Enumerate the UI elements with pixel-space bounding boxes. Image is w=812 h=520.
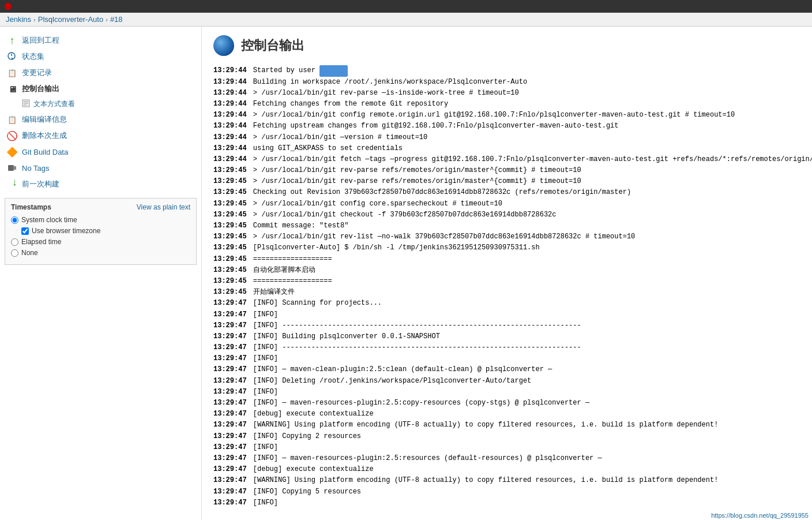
radio-elapsed-input[interactable] [11, 238, 18, 246]
sidebar-item-changes-label: 变更记录 [22, 68, 52, 78]
sidebar-item-console[interactable]: 🖥 控制台输出 [0, 81, 201, 97]
timestamps-title: Timestamps [11, 203, 51, 211]
browser-tz-checkbox[interactable] [21, 227, 29, 235]
console-timestamp: 13:29:45 [213, 231, 251, 242]
console-timestamp: 13:29:47 [213, 487, 251, 497]
console-text: [WARNING] Using platform encoding (UTF-8… [253, 475, 719, 486]
sidebar-item-gitbuild[interactable]: 🔶 Git Build Data [0, 144, 201, 160]
radio-none-input[interactable] [11, 249, 18, 257]
console-timestamp: 13:29:47 [213, 464, 251, 475]
radio-elapsed[interactable]: Elapsed time [11, 238, 190, 246]
console-line: 13:29:47 [INFO] Deleting /root/.jenkins/… [213, 376, 800, 387]
console-text: [INFO] Copying 5 resources [253, 487, 361, 497]
console-timestamp: 13:29:45 [213, 165, 251, 176]
breadcrumb-sep-2: › [106, 16, 108, 23]
console-line: 13:29:47 [INFO] ------------------------… [213, 342, 800, 353]
console-timestamp: 13:29:44 [213, 65, 251, 77]
console-line: 13:29:44 Started by user [213, 65, 800, 77]
sidebar-item-prevbuild[interactable]: ↑ 前一次构建 [0, 176, 201, 192]
console-timestamp: 13:29:47 [213, 497, 251, 508]
console-timestamp: 13:29:47 [213, 431, 251, 442]
sidebar-item-status-label: 状态集 [22, 51, 44, 62]
console-line: 13:29:47 [INFO] — maven-resources-plugin… [213, 398, 800, 409]
console-line: 13:29:45 自动化部署脚本启动 [213, 265, 800, 276]
console-timestamp: 13:29:45 [213, 287, 251, 298]
console-text: [INFO] Building plsqlconverter 0.0.1-SNA… [253, 331, 440, 342]
sidebar-item-editbuild-label: 编辑编译信息 [22, 114, 67, 125]
console-line: 13:29:47 [INFO] Copying 5 resources [213, 487, 800, 497]
console-timestamp: 13:29:47 [213, 331, 251, 342]
breadcrumb-build: #18 [110, 15, 123, 24]
console-text: Building in workspace /root/.jenkins/wor… [253, 77, 527, 88]
console-timestamp: 13:29:47 [213, 387, 251, 398]
sidebar-item-deletebuild[interactable]: 🚫 删除本次生成 [0, 128, 201, 144]
sidebar-item-status[interactable]: 状态集 [0, 48, 201, 65]
console-timestamp: 13:29:47 [213, 453, 251, 464]
console-timestamp: 13:29:45 [213, 242, 251, 253]
console-line: 13:29:44 > /usr/local/bin/git fetch —tag… [213, 154, 800, 165]
app-icon [5, 3, 12, 10]
console-line: 13:29:44 > /usr/local/bin/git —version #… [213, 132, 800, 143]
console-text: Started by user [253, 65, 319, 77]
radio-system-clock[interactable]: System clock time [11, 216, 190, 224]
console-text: using GIT_ASKPASS to set credentials [253, 143, 403, 154]
console-line: 13:29:45 > /usr/local/bin/git rev-parse … [213, 176, 800, 187]
console-line: 13:29:44 Building in workspace /root/.je… [213, 77, 800, 88]
sidebar-item-textview[interactable]: 文本方式查看 [0, 97, 201, 111]
console-timestamp: 13:29:45 [213, 254, 251, 265]
console-line: 13:29:45 > /usr/local/bin/git checkout -… [213, 210, 800, 220]
console-line: 13:29:45 =================== [213, 276, 800, 287]
footer-link[interactable]: https://blog.csdn.net/qq_29591955 [711, 512, 809, 519]
status-icon [7, 51, 17, 62]
radio-elapsed-label: Elapsed time [21, 238, 61, 246]
sidebar-item-prevbuild-label: 前一次构建 [22, 179, 59, 189]
prevbuild-icon: ↑ [7, 179, 17, 189]
console-line: 13:29:45 > /usr/local/bin/git rev-parse … [213, 165, 800, 176]
console-timestamp: 13:29:47 [213, 442, 251, 453]
console-text: > /usr/local/bin/git rev-parse refs/remo… [253, 176, 581, 187]
sidebar-item-deletebuild-label: 删除本次生成 [22, 130, 67, 141]
console-line: 13:29:47 [INFO] Building plsqlconverter … [213, 331, 800, 342]
sidebar-item-editbuild[interactable]: 📋 编辑编译信息 [0, 111, 201, 128]
console-line: 13:29:47 [INFO] Copying 2 resources [213, 431, 800, 442]
page-title-row: 控制台输出 [213, 35, 800, 56]
console-text: [INFO] ---------------------------------… [253, 342, 581, 353]
console-line: 13:29:47 [WARNING] Using platform encodi… [213, 420, 800, 431]
view-plain-text-link[interactable]: View as plain text [137, 203, 190, 211]
breadcrumb: Jenkins › Plsqlconverter-Auto › #18 [0, 13, 812, 27]
console-timestamp: 13:29:47 [213, 353, 251, 364]
console-timestamp: 13:29:47 [213, 342, 251, 353]
console-line: 13:29:44 > /usr/local/bin/git config rem… [213, 110, 800, 121]
svg-rect-7 [8, 165, 14, 171]
console-timestamp: 13:29:47 [213, 398, 251, 409]
breadcrumb-jenkins[interactable]: Jenkins [6, 15, 31, 24]
deletebuild-icon: 🚫 [7, 130, 17, 141]
timestamps-panel: Timestamps View as plain text System clo… [5, 198, 197, 265]
console-text: [INFO] — maven-resources-plugin:2.5:copy… [253, 398, 589, 409]
console-output: 13:29:44 Started by user 13:29:44 Buildi… [213, 65, 800, 508]
console-timestamp: 13:29:44 [213, 99, 251, 110]
console-timestamp: 13:29:47 [213, 475, 251, 486]
radio-system-clock-input[interactable] [11, 216, 18, 224]
console-line: 13:29:45 =================== [213, 254, 800, 265]
console-text: > /usr/local/bin/git config remote.origi… [253, 110, 735, 121]
svg-rect-8 [13, 166, 16, 170]
console-text: > /usr/local/bin/git config core.sparsec… [253, 199, 502, 210]
console-timestamp: 13:29:47 [213, 320, 251, 331]
radio-system-clock-label: System clock time [21, 216, 77, 224]
console-line: 13:29:45 Checking out Revision 379b603cf… [213, 187, 800, 198]
console-timestamp: 13:29:45 [213, 265, 251, 276]
console-icon: 🖥 [7, 84, 17, 94]
console-line: 13:29:47 [INFO] [213, 387, 800, 398]
breadcrumb-project[interactable]: Plsqlconverter-Auto [38, 15, 103, 24]
sidebar-item-changes[interactable]: 📋 变更记录 [0, 65, 201, 81]
console-text: [Plsqlconverter-Auto] $ /bin/sh -l /tmp/… [253, 242, 540, 253]
console-text: [INFO] [253, 497, 278, 508]
console-line: 13:29:47 [INFO] [213, 442, 800, 453]
console-text: [INFO] [253, 442, 278, 453]
console-text: > /usr/local/bin/git rev-parse refs/remo… [253, 165, 581, 176]
radio-none[interactable]: None [11, 249, 190, 257]
sidebar-item-notags[interactable]: No Tags [0, 160, 201, 176]
sidebar-item-back[interactable]: ↑ 返回到工程 [0, 32, 201, 48]
radio-browser-tz[interactable]: Use browser timezone [11, 227, 190, 235]
